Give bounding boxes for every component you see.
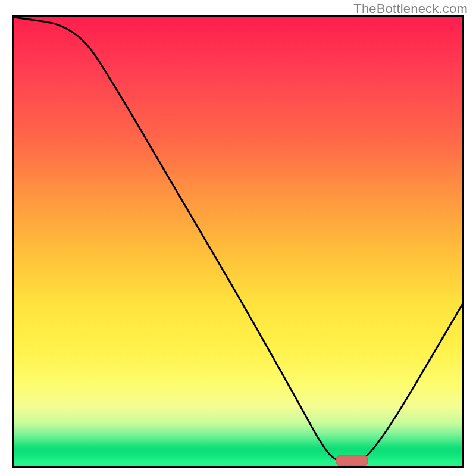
optimal-marker	[336, 455, 368, 466]
chart-frame	[12, 15, 464, 468]
watermark-text: TheBottleneck.com	[353, 1, 468, 17]
bottleneck-curve	[14, 17, 462, 466]
